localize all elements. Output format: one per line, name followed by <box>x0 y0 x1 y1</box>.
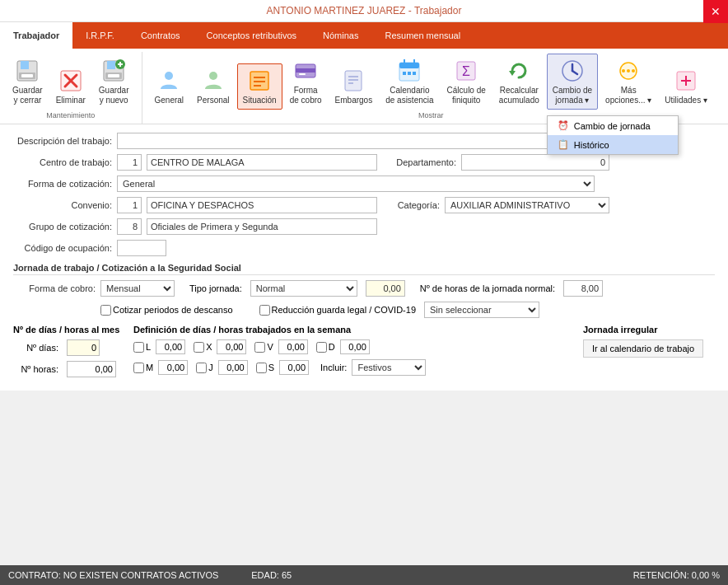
cotizar-periodos-checkbox[interactable] <box>100 305 111 316</box>
forma-cobro-select[interactable]: Mensual <box>100 280 175 297</box>
day-J-check[interactable] <box>196 363 207 373</box>
convenio-text-input[interactable] <box>147 197 377 213</box>
tab-contratos[interactable]: Contratos <box>128 22 194 49</box>
day-X-label[interactable]: X <box>194 342 212 353</box>
recalcular-icon <box>506 58 532 84</box>
day-V-input[interactable] <box>278 339 308 354</box>
day-J-input[interactable] <box>218 360 248 375</box>
guardar-cerrar-button[interactable]: Guardary cerrar <box>7 54 49 110</box>
day-S-label[interactable]: S <box>256 363 274 373</box>
reduccion-guarda-label[interactable]: Reducción guarda legal / COVID-19 <box>259 305 416 316</box>
window-title: ANTONIO MARTINEZ JUAREZ - Trabajador <box>267 5 462 16</box>
situacion-button[interactable]: Situación <box>237 63 282 110</box>
categoria-select[interactable]: AUXILIAR ADMINISTRATIVO <box>445 197 609 213</box>
day-J-key: J <box>208 363 213 372</box>
general-button[interactable]: General <box>149 63 190 110</box>
day-D-input[interactable] <box>340 339 370 354</box>
n-dias-input[interactable] <box>67 339 100 356</box>
day-V-check[interactable] <box>254 342 265 353</box>
tab-resumen[interactable]: Resumen mensual <box>371 22 474 49</box>
close-button[interactable]: ✕ <box>703 0 728 23</box>
svg-marker-36 <box>509 71 516 76</box>
grupo-num-input[interactable] <box>117 218 142 235</box>
day-V-label[interactable]: V <box>254 342 273 353</box>
day-L-label[interactable]: L <box>133 342 151 353</box>
embargos-button[interactable]: Embargos <box>329 63 379 110</box>
calculo-finiquito-label: Cálculo definiquito <box>447 86 486 105</box>
eliminar-button[interactable]: Eliminar <box>50 63 91 110</box>
day-S-check[interactable] <box>256 363 267 373</box>
day-M-input[interactable] <box>158 360 188 375</box>
ribbon-group-mantenimiento: Guardary cerrar Eliminar <box>0 52 142 124</box>
descripcion-input[interactable] <box>117 133 595 149</box>
tab-trabajador[interactable]: Trabajador <box>0 22 72 49</box>
grupo-text-input[interactable] <box>147 218 377 235</box>
mantenimiento-label: Mantenimiento <box>46 111 95 122</box>
day-M-check[interactable] <box>133 363 144 373</box>
departamento-label: Departamento: <box>382 157 456 167</box>
dropdown-historico[interactable]: 📋 Histórico <box>548 135 678 154</box>
incluir-label: Incluir: <box>320 363 347 372</box>
dropdown-cambio-jornada[interactable]: ⏰ Cambio de jornada <box>548 116 678 135</box>
day-D-label[interactable]: D <box>316 342 335 353</box>
tab-irpf[interactable]: I.R.P.F. <box>72 22 128 49</box>
mas-opciones-button[interactable]: Másopciones... ▾ <box>600 54 657 110</box>
n-horas-input[interactable] <box>67 361 116 377</box>
tab-nominas[interactable]: Nóminas <box>310 22 371 49</box>
mas-opciones-icon <box>615 58 642 84</box>
codigo-ocupacion-row: Código de ocupación: <box>13 240 715 256</box>
horas-jornada-label: Nº de horas de la jornada normal: <box>420 283 555 293</box>
convenio-num-input[interactable] <box>117 197 142 213</box>
recalcular-label: Recalcularacumulado <box>499 86 539 105</box>
day-X-check[interactable] <box>194 342 204 353</box>
personal-button[interactable]: Personal <box>191 63 235 110</box>
day-J-label[interactable]: J <box>196 363 213 373</box>
n-dias-row: Nº días: <box>13 339 120 356</box>
ir-calendario-button[interactable]: Ir al calendario de trabajo <box>583 339 703 358</box>
departamento-input[interactable] <box>461 154 609 171</box>
day-M-label[interactable]: M <box>133 363 153 373</box>
incluir-select[interactable]: Festivos <box>352 359 426 376</box>
calendario-button[interactable]: Calendariode asistencia <box>380 54 439 110</box>
centro-num-input[interactable] <box>117 154 142 171</box>
main-content: Descripción del trabajo: Centro de traba… <box>0 124 728 391</box>
n-dias-label: Nº días: <box>13 343 58 353</box>
forma-cotizacion-label: Forma de cotización: <box>13 179 112 189</box>
edad-status: EDAD: 65 <box>251 570 292 580</box>
guardar-nuevo-button[interactable]: Guardary nuevo <box>93 54 135 110</box>
guardar-nuevo-icon <box>100 58 127 84</box>
retencion-status: RETENCIÓN: 0,00 % <box>633 570 720 580</box>
reduccion-select[interactable]: Sin seleccionar <box>424 302 539 318</box>
centro-label: Centro de trabajo: <box>13 157 112 167</box>
tipo-jornada-select[interactable]: Normal <box>250 280 357 297</box>
forma-cotizacion-select[interactable]: General <box>117 176 595 192</box>
tab-conceptos[interactable]: Conceptos retributivos <box>194 22 310 49</box>
svg-point-43 <box>632 69 635 73</box>
utilidades-icon <box>673 68 699 94</box>
forma-cobro-button[interactable]: Formade cobro <box>284 54 328 110</box>
horas-jornada-normal-input[interactable] <box>563 280 603 297</box>
day-L-check[interactable] <box>133 342 144 353</box>
day-L-input[interactable] <box>156 339 185 354</box>
horas-jornada-input[interactable] <box>366 280 405 297</box>
situacion-label: Situación <box>243 96 277 105</box>
cambio-jornada-button[interactable]: Cambio dejornada ▾ <box>547 54 598 110</box>
status-bar: CONTRATO: NO EXISTEN CONTRATOS ACTIVOS E… <box>0 565 728 585</box>
reduccion-guarda-checkbox[interactable] <box>259 305 270 316</box>
calculo-finiquito-button[interactable]: Σ Cálculo definiquito <box>441 54 492 110</box>
day-X-input[interactable] <box>217 339 246 354</box>
eliminar-label: Eliminar <box>56 96 86 105</box>
svg-rect-22 <box>299 73 306 75</box>
situacion-icon <box>246 68 273 94</box>
centro-text-input[interactable] <box>147 154 377 171</box>
day-S-input[interactable] <box>279 360 309 375</box>
calendario-icon <box>396 58 422 84</box>
convenio-row: Convenio: Categoría: AUXILIAR ADMINISTRA… <box>13 197 715 213</box>
utilidades-button[interactable]: Utilidades ▾ <box>659 63 713 110</box>
day-D-check[interactable] <box>316 342 327 353</box>
day-V-key: V <box>267 342 273 352</box>
cotizar-periodos-label[interactable]: Cotizar periodos de descanso <box>100 305 233 316</box>
codigo-ocupacion-input[interactable] <box>117 240 166 256</box>
embargos-icon <box>340 68 366 94</box>
recalcular-button[interactable]: Recalcularacumulado <box>493 54 545 110</box>
